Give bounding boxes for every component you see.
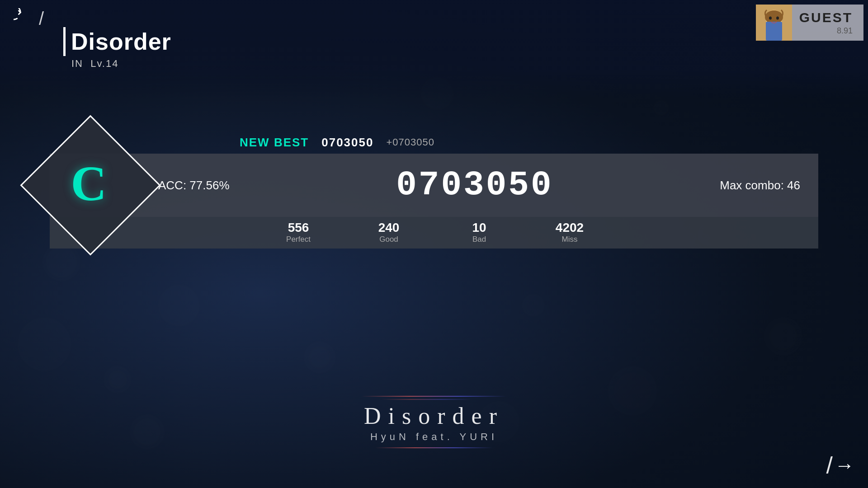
svg-rect-3: [766, 22, 782, 41]
miss-label: Miss: [562, 235, 578, 244]
stat-good: 240 Good: [344, 221, 434, 244]
guest-info: GUEST 8.91: [792, 6, 863, 39]
replay-icon: [14, 8, 34, 29]
good-label: Good: [379, 235, 398, 244]
guest-rating: 8.91: [837, 26, 853, 36]
replay-button[interactable]: /: [14, 8, 44, 29]
nav-next-button[interactable]: / →: [826, 452, 854, 479]
bad-count: 10: [472, 221, 486, 234]
stat-bad: 10 Bad: [434, 221, 524, 244]
stat-miss: 4202 Miss: [524, 221, 615, 244]
perfect-count: 556: [288, 221, 309, 234]
new-best-row: NEW BEST 0703050 +0703050: [50, 131, 818, 154]
miss-count: 4202: [556, 221, 584, 234]
guest-name: GUEST: [799, 10, 853, 25]
grade-letter: C: [71, 159, 107, 208]
perfect-label: Perfect: [286, 235, 311, 244]
title-accent: [63, 27, 66, 56]
svg-point-5: [776, 17, 779, 20]
guest-avatar: [756, 5, 792, 41]
replay-slash: /: [39, 9, 44, 28]
good-count: 240: [378, 221, 400, 234]
song-title-bar: Disorder: [63, 27, 171, 56]
svg-point-4: [769, 17, 772, 20]
song-level: IN Lv.14: [71, 58, 171, 70]
max-combo: Max combo: 46: [720, 178, 800, 192]
watermark-title: Disorder: [364, 403, 504, 429]
bad-label: Bad: [472, 235, 486, 244]
acc-text: ACC: 77.56%: [158, 178, 230, 192]
new-best-score: 0703050: [321, 136, 373, 150]
stats-row: 556 Perfect 240 Good 10 Bad 4202 Miss: [50, 217, 818, 249]
main-score: 0703050: [230, 166, 720, 205]
result-panel: NEW BEST 0703050 +0703050 C ACC: 77.56% …: [50, 131, 818, 249]
new-best-diff: +0703050: [386, 136, 434, 148]
nav-slash: /: [826, 452, 833, 479]
song-title: Disorder: [71, 28, 171, 55]
avatar-image: [756, 5, 792, 41]
guest-panel[interactable]: GUEST 8.91: [756, 5, 863, 41]
score-row: C ACC: 77.56% 0703050 Max combo: 46: [50, 154, 818, 217]
new-best-label: NEW BEST: [240, 136, 309, 150]
nav-arrow-icon: →: [835, 454, 854, 477]
song-watermark: Disorder HyuN feat. YURI: [364, 403, 504, 443]
stat-perfect: 556 Perfect: [253, 221, 344, 244]
watermark-artist: HyuN feat. YURI: [364, 431, 504, 443]
song-info: Disorder IN Lv.14: [63, 27, 171, 70]
